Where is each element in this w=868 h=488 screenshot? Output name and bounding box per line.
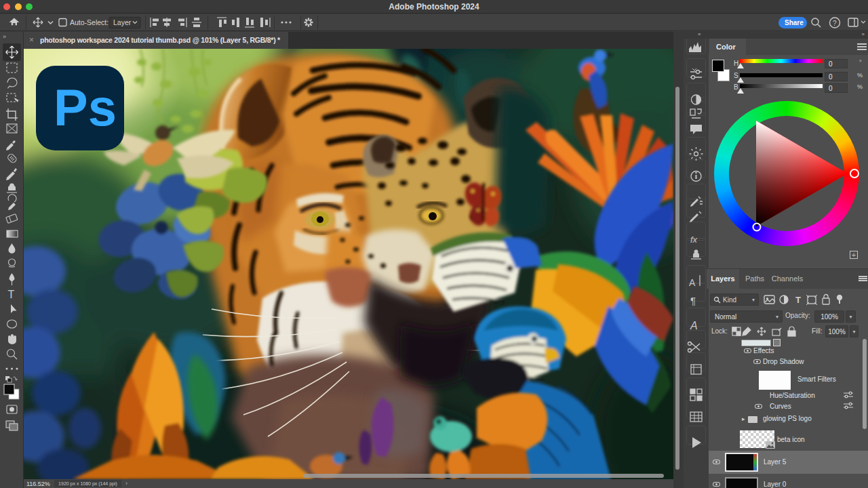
svg-text:Layer: Layer (113, 18, 132, 26)
svg-text:?: ? (833, 20, 837, 27)
svg-text:T: T (795, 295, 801, 305)
svg-text:A: A (689, 277, 696, 288)
svg-text:T: T (8, 289, 15, 300)
svg-text:A: A (690, 320, 698, 331)
svg-text:Auto-Select:: Auto-Select: (70, 18, 108, 26)
svg-text:Share: Share (785, 19, 804, 26)
svg-text:fx: fx (690, 235, 698, 245)
svg-text:¶: ¶ (690, 295, 696, 306)
svg-text:»: » (3, 33, 6, 40)
svg-text:Ps: Ps (54, 79, 117, 136)
